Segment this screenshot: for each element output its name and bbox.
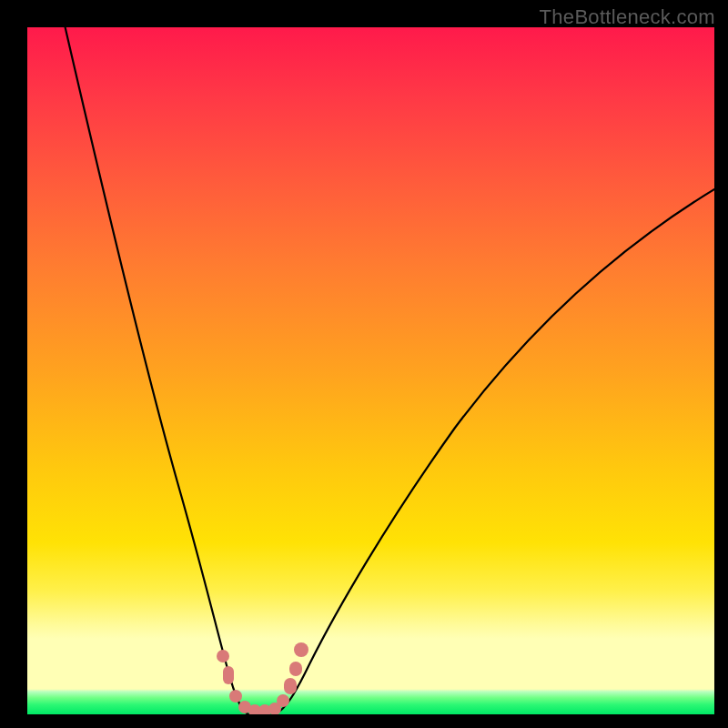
chart-frame: TheBottleneck.com — [0, 0, 728, 728]
marker-point — [223, 666, 234, 684]
marker-point — [229, 690, 242, 703]
watermark-text: TheBottleneck.com — [540, 5, 715, 29]
plot-area — [27, 27, 714, 714]
marker-point — [284, 678, 297, 694]
marker-point — [289, 662, 302, 676]
marker-point — [294, 642, 308, 657]
marker-point — [217, 650, 229, 662]
curve-left-branch — [61, 27, 248, 714]
curve-right-branch — [275, 187, 714, 714]
marker-point — [277, 694, 289, 707]
bottleneck-curve — [27, 27, 714, 714]
